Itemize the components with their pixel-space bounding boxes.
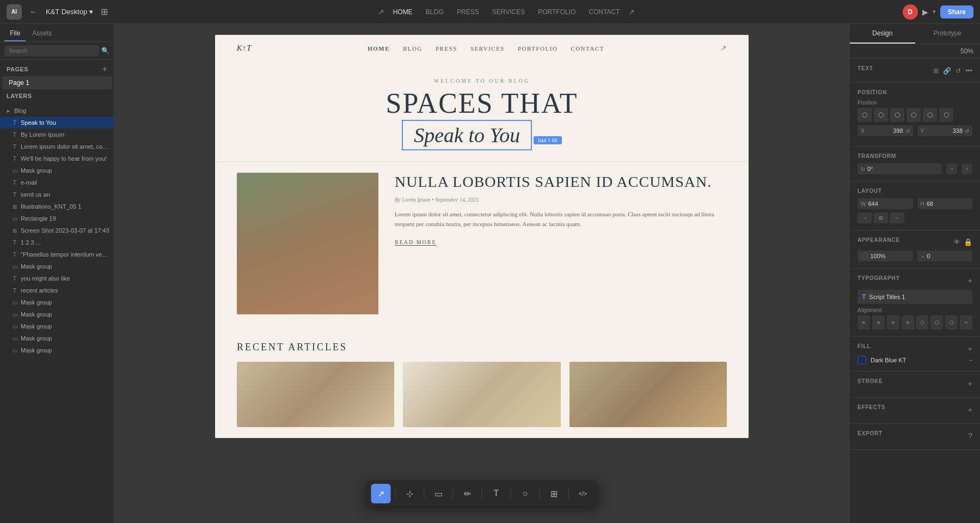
constraint-center[interactable]: ⊟ [874,212,888,223]
layer-mask-icon-2: ▭ [11,263,19,270]
tool-ellipse[interactable]: ○ [516,484,535,503]
constraint-right[interactable]: ← [890,212,904,223]
align-top[interactable]: ⬡ [906,108,921,122]
x-field: X 398 ↺ [857,125,913,136]
text-align-right[interactable]: ≡ [887,315,899,330]
tab-prototype[interactable]: Prototype [915,24,981,44]
left-panel-tabs: File Assets [0,24,114,42]
text-align-center[interactable]: ≡ [872,315,885,330]
layer-123[interactable]: T 1 2 3 ... [0,236,114,248]
project-name[interactable]: K&T Desktop ▾ [46,8,93,16]
site-nav: K↑T HOME BLOG PRESS SERVICES PORTFOLIO C… [215,35,749,62]
layer-mask-4[interactable]: ▭ Mask group [0,308,114,320]
layer-lorem-ipsum[interactable]: T Lorem ipsum dolor sit amet, cons... [0,141,114,153]
align-right[interactable]: ⬡ [890,108,904,122]
layer-screenshot[interactable]: ⊞ Screen Shot 2023-03-07 at 17:43 [0,224,114,236]
flip-v-button[interactable]: ↕ [961,163,972,174]
layer-text-icon-10: T [11,287,19,294]
layer-mask-7[interactable]: ▭ Mask group [0,344,114,356]
tool-pen[interactable]: ✏ [458,484,477,503]
text-align-justify[interactable]: ≡ [902,315,914,330]
align-center-v[interactable]: ⬡ [923,108,937,122]
layer-by-lorem[interactable]: T By Lorem Ipsum [0,129,114,141]
align-left[interactable]: ⬡ [857,108,872,122]
lock-icon[interactable]: 🔒 [964,238,972,246]
tool-select[interactable]: ↗ [371,484,391,503]
nav-home[interactable]: HOME [389,6,417,18]
flip-h-button[interactable]: ↔ [946,163,957,174]
avatar[interactable]: D [903,4,918,20]
tool-component[interactable]: ⊞ [544,484,564,503]
align-center-h[interactable]: ⬡ [874,108,888,122]
tab-file[interactable]: File [4,26,26,41]
search-icon[interactable]: 🔍 [101,47,109,54]
text-align-middle[interactable]: ⬡ [930,315,943,330]
layer-mask-3[interactable]: ▭ Mask group [0,296,114,308]
layer-recent-articles[interactable]: T recent articles [0,284,114,296]
add-fill-button[interactable]: + [968,344,972,353]
layer-speak-to-you[interactable]: T Speak to You [0,117,114,129]
page-item-1[interactable]: Page 1 [2,76,112,89]
layer-text-icon-6: T [11,191,19,198]
text-more-options[interactable]: ≈ [960,315,972,330]
layer-illustrations[interactable]: ⊞ Illustrations_KNT_05 1 [0,200,114,212]
font-name: Script Titles 1 [869,294,905,300]
text-align-left[interactable]: ≡ [857,315,870,330]
layer-phasellus[interactable]: T "Phasellus tempor interdum vesti... [0,248,114,260]
layer-email[interactable]: T e-mail [0,177,114,188]
typo-alignment-title: Alignment [857,307,972,313]
layer-123-label: 1 2 3 ... [21,239,109,246]
x-reset-icon[interactable]: ↺ [905,128,910,134]
layer-you-might[interactable]: T you might also like [0,272,114,284]
layer-mask-6[interactable]: ▭ Mask group [0,332,114,344]
layer-mask-5[interactable]: ▭ Mask group [0,320,114,332]
toolbar-sep-3 [453,488,454,499]
constraint-left[interactable]: → [857,212,872,223]
add-stroke-button[interactable]: + [968,379,972,388]
main-layout: File Assets 🔍 Pages + Page 1 Layers ▸ Bl… [0,24,980,523]
nav-press[interactable]: PRESS [452,6,483,18]
hero-title-serif: SPACES THAT [237,89,727,118]
add-effect-button[interactable]: + [968,405,972,414]
layer-component-icon-1: ⊞ [11,203,19,210]
layer-send[interactable]: T send us an [0,188,114,200]
tool-transform[interactable]: ⊹ [400,484,420,503]
back-button[interactable]: ← [27,5,40,19]
visibility-icon[interactable]: 👁 [953,238,960,246]
nav-contact[interactable]: CONTACT [584,6,624,18]
layer-rect19[interactable]: ▭ Rectangle 19 [0,212,114,224]
tab-assets[interactable]: Assets [27,26,57,41]
add-page-button[interactable]: + [102,64,107,74]
layer-blog-group[interactable]: ▸ Blog [0,105,114,117]
tab-design[interactable]: Design [850,24,915,44]
transform-section: Transform ↻ 0° ↔ ↕ [850,147,980,181]
fill-color-swatch[interactable] [857,356,866,364]
text-link-icon[interactable]: 🔗 [943,67,951,75]
search-input[interactable] [4,45,99,56]
text-refresh-icon[interactable]: ↺ [955,67,961,75]
text-more-icon[interactable]: ••• [965,67,972,75]
text-grid-icon[interactable]: ⊞ [933,67,939,75]
remove-fill-button[interactable]: − [969,356,972,364]
align-bottom[interactable]: ⬡ [939,108,953,122]
tool-rectangle[interactable]: ▭ [429,484,449,503]
play-button[interactable]: ▶ [922,8,928,16]
appearance-header: Appearance 👁 🔒 [857,237,972,247]
layer-happy[interactable]: T We'll be happy to hear from you! [0,153,114,165]
tool-text[interactable]: T [487,484,506,503]
add-typography-button[interactable]: + [968,276,972,285]
nav-services[interactable]: SERVICES [488,6,529,18]
read-more-link[interactable]: READ MORE [395,239,437,246]
text-align-bottom[interactable]: ⬡ [945,315,958,330]
grid-view-button[interactable]: ⊞ [99,4,110,19]
nav-blog[interactable]: BLOG [421,6,448,18]
share-button[interactable]: Share [940,5,973,19]
typography-section: Typography + T Script Titles 1 Alignment… [850,269,980,337]
layer-mask-1[interactable]: ▭ Mask group [0,165,114,177]
layer-mask-2[interactable]: ▭ Mask group [0,260,114,272]
tool-code[interactable]: </> [573,484,593,503]
nav-portfolio[interactable]: PORTFOLIO [534,6,580,18]
y-reset-icon[interactable]: ↺ [965,128,969,134]
text-align-top[interactable]: ⬡ [916,315,929,330]
add-export-button[interactable]: ? [968,431,972,440]
